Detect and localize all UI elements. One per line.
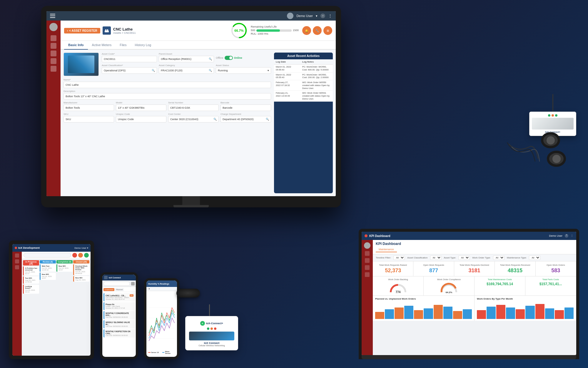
laptop-sidebar-icon-3[interactable] bbox=[365, 265, 370, 270]
barcode-input[interactable]: Barcode bbox=[220, 105, 271, 111]
asset-status-label: Asset Status bbox=[216, 64, 271, 67]
wo-card-1[interactable]: A Problem has occurred Oct 25, 2021 05:4… bbox=[23, 266, 39, 275]
filter-timeline[interactable]: All bbox=[393, 256, 405, 260]
tablet-layout: In Progress (25) A Problem has occurred … bbox=[12, 252, 91, 356]
tablet-icon-2[interactable] bbox=[15, 259, 19, 263]
asset-register-button[interactable]: ‹ < ASSET REGISTER bbox=[64, 28, 100, 33]
description-input[interactable]: Bolton Tools 13" x 40" CNC Lathe bbox=[64, 93, 271, 100]
category-input[interactable]: FRAC1030 (F120) 🔍 bbox=[159, 67, 214, 74]
kpi-mid-parts-cost: Total Parts Costs $157,761,41... bbox=[525, 276, 576, 295]
phone-1-filter-icon[interactable] bbox=[131, 282, 135, 285]
laptop-sidebar-icon-1[interactable] bbox=[365, 251, 370, 256]
recent-date-2: March 01, 202205:55:40 bbox=[274, 73, 300, 80]
manufacturer-input[interactable]: Bolton Tools bbox=[64, 105, 114, 111]
kpi-tab-maintenance[interactable]: Maintenance bbox=[376, 247, 397, 252]
sidebar-icon-assets[interactable] bbox=[51, 43, 56, 49]
recent-notes-3: WO: Work Order W0550 created with status… bbox=[300, 80, 333, 90]
tab-history-log[interactable]: History Log bbox=[131, 41, 155, 50]
tablet-screen: IoX Development Demo User ▾ bbox=[12, 244, 91, 356]
toggle-switch[interactable] bbox=[225, 56, 233, 60]
iox-brand-text: IoX-Connect+ bbox=[206, 322, 223, 325]
phone-list-item-2[interactable]: Please fix Forklift - Last Check October… bbox=[103, 302, 135, 310]
wo-card-3[interactable]: Looking Good? Oct 03, 2021 19:13 bbox=[23, 285, 39, 294]
search-icon: 🔍 bbox=[209, 58, 212, 61]
model-input[interactable]: 13" x 40" GSK980TBIc bbox=[116, 105, 166, 111]
user-avatar bbox=[287, 13, 293, 19]
kpi-label-2: Open Work Requests bbox=[416, 264, 451, 266]
wo-card-7[interactable]: Finished Work Order With Invoice Oct 05,… bbox=[73, 264, 89, 275]
wo-card-6-title: New WO bbox=[59, 265, 71, 267]
kpi-value-4: 48315 bbox=[497, 268, 533, 274]
wo-card-2[interactable]: Test WO Aug 08, 2021 12:49:02 bbox=[23, 276, 39, 284]
chevron-down-icon: ▾ bbox=[316, 14, 318, 18]
serial-input[interactable]: CBT1340-6-GSK bbox=[168, 105, 219, 111]
phone-item-3-sub: Last Due: 06/30/2021 09:00:00 bbox=[106, 316, 133, 318]
sku-input[interactable]: SKU bbox=[64, 116, 114, 122]
classification-input[interactable]: Operational (OPS) 🔍 bbox=[102, 67, 157, 74]
sidebar-icon-dashboard[interactable] bbox=[51, 35, 56, 41]
wo-card-5[interactable]: New WO Oct 14, 2021 10:57 bbox=[40, 273, 56, 280]
bar-6 bbox=[424, 308, 433, 319]
tablet-btn-green[interactable] bbox=[84, 253, 89, 258]
name-input[interactable]: CNC Lathe bbox=[64, 82, 271, 88]
tablet-search-input[interactable] bbox=[24, 253, 71, 258]
asset-code-input[interactable]: CNC0011 bbox=[102, 56, 157, 62]
sidebar-icon-settings[interactable] bbox=[51, 66, 56, 72]
action-icon-1[interactable]: 🔔 bbox=[302, 26, 311, 35]
online-badge: Offline Online bbox=[216, 56, 271, 60]
filter-maint-type[interactable]: All bbox=[529, 256, 540, 260]
phone-1-search[interactable] bbox=[103, 282, 130, 286]
filter-asset-type[interactable]: All bbox=[458, 256, 470, 260]
laptop-sidebar-icon-2[interactable] bbox=[365, 258, 370, 263]
iox-light-green bbox=[207, 327, 209, 330]
laptop-help-icon[interactable]: ? bbox=[565, 234, 568, 238]
action-icon-3[interactable]: ⊞ bbox=[323, 26, 332, 35]
menu-icon[interactable]: ⋮ bbox=[328, 14, 332, 18]
phone-list-item-4[interactable]: WEEKLY BLOWING VALVE IN... Last Due: 06/… bbox=[103, 320, 135, 328]
wo-card-4[interactable]: Web Test Oct 04, 2021 12:09:32 bbox=[40, 264, 56, 272]
tablet-btn-orange[interactable] bbox=[78, 253, 83, 258]
cost-center-input[interactable]: Center 3020 (CS10043) 🔍 bbox=[168, 116, 219, 122]
field-cost-center: Cost Center Center 3020 (CS10043) 🔍 bbox=[168, 113, 219, 122]
wo-card-6[interactable]: New WO Oct 14, 2021 10:57 bbox=[56, 264, 73, 272]
iox-sublabel: Cellular Wireless Networking bbox=[189, 345, 234, 347]
charge-dept-input[interactable]: Department 40 (DP93920) 🔍 bbox=[220, 116, 271, 122]
unspsc-input[interactable]: Unspsc Code bbox=[116, 116, 166, 122]
action-icon-2[interactable]: 🔧 bbox=[313, 26, 322, 35]
laptop-menu-icon[interactable]: ⋮ bbox=[571, 234, 573, 237]
filter-classification[interactable]: All bbox=[430, 256, 442, 260]
humidity-chart bbox=[148, 292, 176, 349]
phone-1-topbar: IoX Connect bbox=[102, 275, 136, 280]
laptop: KPI Dashboard Demo User ? ⋮ bbox=[359, 229, 579, 359]
phone-tab-planned[interactable]: Planned bbox=[115, 288, 124, 291]
tab-files[interactable]: Files bbox=[116, 41, 131, 50]
help-icon[interactable]: ? bbox=[320, 14, 325, 18]
tablet-icon-3[interactable] bbox=[15, 265, 19, 269]
bar2-4 bbox=[506, 307, 515, 319]
wo-card-5-title: New WO bbox=[42, 273, 55, 275]
phone-2-frame: Humidity % Readings ▼ bbox=[144, 278, 179, 359]
sidebar-icon-workorders[interactable] bbox=[51, 51, 56, 56]
phone-list-item-1[interactable]: CNC Lathe0011 - CB... PM Last Check: 05/… bbox=[103, 293, 135, 301]
filter-wo-type[interactable]: All bbox=[493, 256, 505, 260]
tab-active-meters[interactable]: Active Meters bbox=[88, 41, 116, 50]
laptop-sidebar-icon-4[interactable] bbox=[365, 272, 370, 277]
iox-lights bbox=[189, 327, 234, 330]
asset-status-select[interactable]: Running ▾ bbox=[216, 67, 271, 74]
tablet-btn-red[interactable] bbox=[72, 253, 77, 258]
kpi-card-open-wo: Open Work Orders 583 bbox=[536, 261, 576, 276]
tablet-icon-1[interactable] bbox=[15, 253, 19, 258]
phone-list-item-3[interactable]: MONTHLY CONGREGATE DIVI... Last Due: 06/… bbox=[103, 311, 135, 319]
hamburger-icon[interactable] bbox=[50, 14, 55, 18]
col-header-notes: Log Notes bbox=[300, 59, 333, 64]
sidebar-icon-reports[interactable] bbox=[51, 58, 56, 64]
kpi-mid-backlog: Work Order Backlog 774 bbox=[373, 276, 424, 295]
wo-card-8[interactable]: New WO Aug 30, 2021 bbox=[73, 276, 89, 282]
phone-2-chart-area bbox=[146, 291, 177, 350]
phone-tab-unplanned[interactable]: Unplanned bbox=[103, 288, 114, 291]
search-icon-2: 🔍 bbox=[152, 69, 155, 72]
tab-basic-info[interactable]: Basic Info bbox=[64, 41, 88, 50]
parent-asset-input[interactable]: Office Reception (RM001) 🔍 bbox=[159, 56, 214, 62]
parent-asset-label: Parent Asset bbox=[159, 53, 214, 55]
phone-list-item-5[interactable]: MONTHLY INSPECTION ON CAN... Last Due: 0… bbox=[103, 329, 135, 337]
